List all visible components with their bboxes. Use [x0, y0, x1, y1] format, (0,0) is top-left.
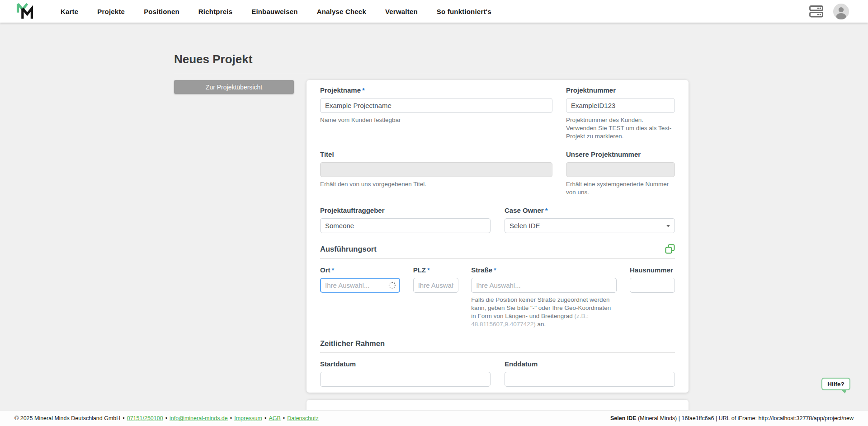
required-marker: *: [545, 206, 548, 214]
section-ausfuehrungsort-title: Ausführungsort: [320, 245, 377, 253]
unsere-projektnummer-label: Unsere Projektnummer: [566, 150, 675, 158]
page-title: Neues Projekt: [174, 52, 689, 66]
footer-left: © 2025 Mineral Minds Deutschland GmbH•07…: [14, 415, 319, 421]
nav-item-analyse-check[interactable]: Analyse Check: [317, 8, 366, 15]
session-user: Selen IDE: [610, 415, 637, 421]
footer-impressum-link[interactable]: Impressum: [234, 415, 262, 421]
projektauftraggeber-label: Projektauftraggeber: [320, 206, 491, 214]
field-plz: PLZ*: [413, 266, 458, 328]
footer-phone-link[interactable]: 07151/250100: [127, 415, 163, 421]
project-overview-button[interactable]: Zur Projektübersicht: [174, 80, 294, 94]
hausnummer-label: Hausnummer: [630, 266, 675, 274]
section-zeitlicher-rahmen-title: Zeitlicher Rahmen: [320, 339, 385, 348]
required-marker: *: [362, 86, 365, 94]
titel-input: [320, 162, 552, 177]
enddatum-label: Enddatum: [505, 360, 675, 368]
case-owner-selected-value: Selen IDE: [509, 222, 540, 229]
section-ausfuehrungsort-header: Ausführungsort: [320, 244, 675, 259]
projektname-label: Projektname*: [320, 86, 552, 94]
projektname-helper: Name vom Kunden festlegbar: [320, 116, 552, 124]
field-unsere-projektnummer: Unsere Projektnummer Erhält eine systemg…: [566, 150, 675, 197]
footer-copyright: © 2025 Mineral Minds Deutschland GmbH: [14, 415, 120, 421]
nav-right-actions: [809, 4, 849, 19]
required-marker: *: [494, 266, 496, 274]
ort-label: Ort*: [320, 266, 400, 274]
projektname-input[interactable]: [320, 98, 552, 113]
footer-agb-link[interactable]: AGB: [269, 415, 280, 421]
main-nav-links: Karte Projekte Positionen Richtpreis Ein…: [61, 8, 491, 15]
main-content: Neues Projekt Zur Projektübersicht Proje…: [174, 52, 689, 393]
enddatum-input[interactable]: [505, 372, 675, 387]
projektnummer-helper: Projektnummer des Kunden. Verwenden Sie …: [566, 116, 675, 140]
nav-item-so-funktionierts[interactable]: So funktioniert's: [437, 8, 491, 15]
nav-item-positionen[interactable]: Positionen: [144, 8, 179, 15]
speech-bubble-tail: [841, 389, 847, 393]
field-titel: Titel Erhält den von uns vorgegebenen Ti…: [320, 150, 552, 197]
plz-input[interactable]: [413, 278, 458, 293]
projektnummer-label: Projektnummer: [566, 86, 675, 94]
session-details: (Mineral Minds) | 16fae1ffc6a6 | URL of …: [637, 415, 854, 421]
server-icon[interactable]: [809, 5, 823, 18]
titel-helper: Erhält den von uns vorgegebenen Titel.: [320, 180, 552, 188]
field-hausnummer: Hausnummer: [630, 266, 675, 328]
projektnummer-input[interactable]: [566, 98, 675, 113]
field-case-owner: Case Owner* Selen IDE: [505, 206, 675, 233]
titel-label: Titel: [320, 150, 552, 158]
section-zeitlicher-rahmen-header: Zeitlicher Rahmen: [320, 339, 675, 353]
nav-item-projekte[interactable]: Projekte: [97, 8, 125, 15]
loading-spinner-icon: [388, 281, 396, 289]
user-avatar[interactable]: [833, 4, 849, 19]
nav-item-karte[interactable]: Karte: [61, 8, 78, 15]
nav-item-verwalten[interactable]: Verwalten: [385, 8, 418, 15]
unsere-projektnummer-input: [566, 162, 675, 177]
footer-datenschutz-link[interactable]: Datenschutz: [287, 415, 318, 421]
chevron-down-icon: [666, 225, 670, 227]
mineral-minds-logo-icon[interactable]: [16, 2, 37, 20]
footer-session-info: Selen IDE (Mineral Minds) | 16fae1ffc6a6…: [610, 415, 854, 421]
strasse-input[interactable]: [471, 278, 617, 293]
hausnummer-input[interactable]: [630, 278, 675, 293]
field-ort: Ort*: [320, 266, 400, 328]
help-button-label: Hilfe?: [827, 381, 844, 388]
address-row: Ort*: [320, 266, 675, 328]
help-button[interactable]: Hilfe?: [821, 378, 850, 390]
case-owner-label: Case Owner*: [505, 206, 675, 214]
required-marker: *: [332, 266, 335, 274]
top-nav: Karte Projekte Positionen Richtpreis Ein…: [0, 0, 868, 23]
startdatum-label: Startdatum: [320, 360, 491, 368]
strasse-helper: Falls die Position keiner Straße zugeord…: [471, 296, 617, 328]
field-projektauftraggeber: Projektauftraggeber: [320, 206, 491, 233]
plz-label: PLZ*: [413, 266, 458, 274]
title-divider: [174, 73, 689, 73]
left-column: Zur Projektübersicht: [174, 80, 307, 94]
case-owner-select[interactable]: Selen IDE: [505, 218, 675, 233]
nav-item-richtpreis[interactable]: Richtpreis: [198, 8, 232, 15]
field-enddatum: Enddatum: [505, 360, 675, 387]
required-marker: *: [427, 266, 430, 274]
field-strasse: Straße* Falls die Position keiner Straße…: [471, 266, 617, 328]
field-projektnummer: Projektnummer Projektnummer des Kunden. …: [566, 86, 675, 140]
unsere-projektnummer-helper: Erhält eine systemgenerierte Nummer von …: [566, 180, 675, 197]
field-projektname: Projektname* Name vom Kunden festlegbar: [320, 86, 552, 140]
strasse-label: Straße*: [471, 266, 617, 274]
new-project-page: { "colors": { "brand_green": "#57c084", …: [0, 0, 868, 426]
copy-icon[interactable]: [665, 244, 675, 254]
footer-email-link[interactable]: info@mineral-minds.de: [170, 415, 228, 421]
projektauftraggeber-input[interactable]: [320, 218, 491, 233]
project-form-card: Projektname* Name vom Kunden festlegbar …: [307, 80, 689, 393]
startdatum-input[interactable]: [320, 372, 491, 387]
field-startdatum: Startdatum: [320, 360, 491, 387]
nav-item-einbauweisen[interactable]: Einbauweisen: [251, 8, 297, 15]
footer: © 2025 Mineral Minds Deutschland GmbH•07…: [0, 410, 868, 426]
